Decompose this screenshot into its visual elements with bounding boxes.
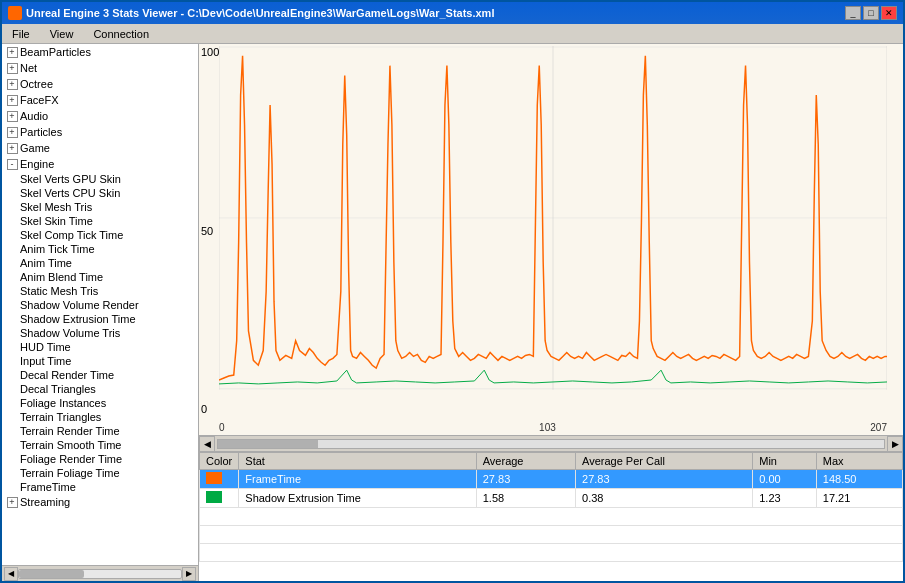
tree-item-shadow-volume-render[interactable]: Shadow Volume Render: [2, 298, 198, 312]
label-hud-time: HUD Time: [20, 341, 71, 353]
right-panel: 100 50 0 0: [199, 44, 903, 581]
tree-scrollbar-h[interactable]: ◀ ▶: [2, 565, 198, 581]
label-shadow-extrusion-time: Shadow Extrusion Time: [20, 313, 136, 325]
tree-item-anim-time[interactable]: Anim Time: [2, 256, 198, 270]
color-swatch-1: [206, 491, 222, 503]
label-beam-particles: BeamParticles: [20, 46, 91, 58]
minimize-button[interactable]: _: [845, 6, 861, 20]
chart-x-labels: 0 103 207: [219, 422, 887, 433]
tree-item-decal-triangles[interactable]: Decal Triangles: [2, 382, 198, 396]
stats-table: Color Stat Average Average Per Call Min …: [199, 452, 903, 562]
label-shadow-volume-tris: Shadow Volume Tris: [20, 327, 120, 339]
left-panel: + BeamParticles + Net + Octree + FaceFX …: [2, 44, 199, 581]
label-anim-blend-time: Anim Blend Time: [20, 271, 103, 283]
tree-item-streaming[interactable]: + Streaming: [2, 494, 198, 510]
y-label-50: 50: [201, 225, 217, 237]
label-skel-skin-time: Skel Skin Time: [20, 215, 93, 227]
label-skel-comp-tick: Skel Comp Tick Time: [20, 229, 123, 241]
expand-beam-particles[interactable]: +: [4, 45, 20, 59]
color-swatch-0: [206, 472, 222, 484]
tree-item-skel-verts-gpu[interactable]: Skel Verts GPU Skin: [2, 172, 198, 186]
expand-engine[interactable]: -: [4, 157, 20, 171]
tree-item-input-time[interactable]: Input Time: [2, 354, 198, 368]
tree-item-skel-verts-cpu[interactable]: Skel Verts CPU Skin: [2, 186, 198, 200]
scroll-thumb[interactable]: [19, 570, 84, 578]
tree-item-net[interactable]: + Net: [2, 60, 198, 76]
th-avg-per-call: Average Per Call: [576, 453, 753, 470]
close-button[interactable]: ✕: [881, 6, 897, 20]
label-foliage-instances: Foliage Instances: [20, 397, 106, 409]
tree-item-engine[interactable]: - Engine: [2, 156, 198, 172]
expand-game[interactable]: +: [4, 141, 20, 155]
tree-item-terrain-smooth-time[interactable]: Terrain Smooth Time: [2, 438, 198, 452]
chart-scroll-track[interactable]: [217, 439, 885, 449]
app-icon: [8, 6, 22, 20]
chart-scroll-right-btn[interactable]: ▶: [887, 436, 903, 452]
window-title: Unreal Engine 3 Stats Viewer - C:\Dev\Co…: [26, 7, 494, 19]
tree-item-particles[interactable]: + Particles: [2, 124, 198, 140]
label-audio: Audio: [20, 110, 48, 122]
label-terrain-smooth-time: Terrain Smooth Time: [20, 439, 121, 451]
tree-item-terrain-foliage-time[interactable]: Terrain Foliage Time: [2, 466, 198, 480]
maximize-button[interactable]: □: [863, 6, 879, 20]
stat-name-1: Shadow Extrusion Time: [239, 489, 476, 508]
chart-scrollbar[interactable]: ◀ ▶: [199, 435, 903, 451]
tree-item-terrain-triangles[interactable]: Terrain Triangles: [2, 410, 198, 424]
tree-item-anim-tick-time[interactable]: Anim Tick Time: [2, 242, 198, 256]
label-shadow-volume-render: Shadow Volume Render: [20, 299, 139, 311]
stat-max-1: 17.21: [816, 489, 902, 508]
label-skel-verts-cpu: Skel Verts CPU Skin: [20, 187, 120, 199]
tree-item-foliage-instances[interactable]: Foliage Instances: [2, 396, 198, 410]
menu-view[interactable]: View: [44, 27, 80, 41]
label-game: Game: [20, 142, 50, 154]
tree-item-octree[interactable]: + Octree: [2, 76, 198, 92]
stats-table-area: Color Stat Average Average Per Call Min …: [199, 451, 903, 581]
expand-particles[interactable]: +: [4, 125, 20, 139]
x-label-103: 103: [539, 422, 556, 433]
tree-item-frame-time[interactable]: FrameTime: [2, 480, 198, 494]
tree-item-game[interactable]: + Game: [2, 140, 198, 156]
table-scroll[interactable]: Color Stat Average Average Per Call Min …: [199, 452, 903, 581]
scroll-track[interactable]: [18, 569, 182, 579]
table-row-0[interactable]: FrameTime 27.83 27.83 0.00 148.50: [200, 470, 903, 489]
tree-item-static-mesh-tris[interactable]: Static Mesh Tris: [2, 284, 198, 298]
stat-avg-1: 1.58: [476, 489, 575, 508]
tree-item-facefx[interactable]: + FaceFX: [2, 92, 198, 108]
chart-area: 100 50 0 0: [199, 44, 903, 435]
scroll-right-arrow[interactable]: ▶: [182, 567, 196, 581]
menu-file[interactable]: File: [6, 27, 36, 41]
menu-connection[interactable]: Connection: [87, 27, 155, 41]
chart-scroll-thumb[interactable]: [218, 440, 318, 448]
tree-item-anim-blend-time[interactable]: Anim Blend Time: [2, 270, 198, 284]
expand-facefx[interactable]: +: [4, 93, 20, 107]
scroll-left-arrow[interactable]: ◀: [4, 567, 18, 581]
tree-item-terrain-render-time[interactable]: Terrain Render Time: [2, 424, 198, 438]
label-octree: Octree: [20, 78, 53, 90]
tree-item-shadow-volume-tris[interactable]: Shadow Volume Tris: [2, 326, 198, 340]
tree-item-decal-render-time[interactable]: Decal Render Time: [2, 368, 198, 382]
chart-scroll-left-btn[interactable]: ◀: [199, 436, 215, 452]
tree-item-foliage-render-time[interactable]: Foliage Render Time: [2, 452, 198, 466]
expand-net[interactable]: +: [4, 61, 20, 75]
tree-item-skel-comp-tick[interactable]: Skel Comp Tick Time: [2, 228, 198, 242]
tree-area[interactable]: + BeamParticles + Net + Octree + FaceFX …: [2, 44, 198, 565]
tree-item-skel-mesh-tris[interactable]: Skel Mesh Tris: [2, 200, 198, 214]
tree-item-shadow-extrusion-time[interactable]: Shadow Extrusion Time: [2, 312, 198, 326]
main-window: Unreal Engine 3 Stats Viewer - C:\Dev\Co…: [0, 0, 905, 583]
expand-streaming[interactable]: +: [4, 495, 20, 509]
label-engine: Engine: [20, 158, 54, 170]
label-input-time: Input Time: [20, 355, 71, 367]
th-color: Color: [200, 453, 239, 470]
expand-audio[interactable]: +: [4, 109, 20, 123]
expand-octree[interactable]: +: [4, 77, 20, 91]
tree-item-audio[interactable]: + Audio: [2, 108, 198, 124]
title-bar-left: Unreal Engine 3 Stats Viewer - C:\Dev\Co…: [8, 6, 494, 20]
table-row-1[interactable]: Shadow Extrusion Time 1.58 0.38 1.23 17.…: [200, 489, 903, 508]
label-streaming: Streaming: [20, 496, 70, 508]
y-label-0: 0: [201, 403, 217, 415]
th-max: Max: [816, 453, 902, 470]
tree-item-hud-time[interactable]: HUD Time: [2, 340, 198, 354]
tree-item-beam-particles[interactable]: + BeamParticles: [2, 44, 198, 60]
tree-item-skel-skin-time[interactable]: Skel Skin Time: [2, 214, 198, 228]
th-average: Average: [476, 453, 575, 470]
